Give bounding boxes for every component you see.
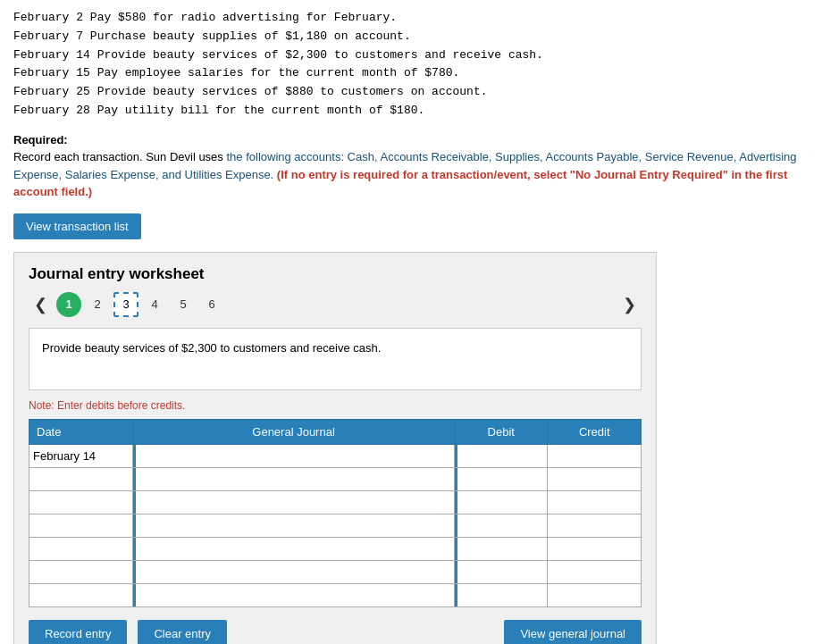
journal-cell-2[interactable]: [133, 467, 455, 490]
note-text: Note: Enter debits before credits.: [29, 399, 642, 412]
transaction-description: Provide beauty services of $2,300 to cus…: [29, 328, 642, 390]
page-6-button[interactable]: 6: [199, 292, 224, 317]
credit-input-7[interactable]: [551, 588, 637, 603]
debit-input-1[interactable]: [458, 448, 543, 464]
table-row: [29, 537, 642, 560]
debit-input-2[interactable]: [458, 472, 543, 487]
journal-cell-3[interactable]: [133, 490, 455, 514]
page-4-button[interactable]: 4: [142, 292, 167, 317]
debit-input-4[interactable]: [458, 518, 543, 533]
debit-input-7[interactable]: [458, 588, 543, 603]
journal-input-7[interactable]: [137, 588, 450, 603]
journal-input-1[interactable]: [137, 448, 450, 464]
credit-cell-7[interactable]: [548, 583, 642, 606]
journal-cell-7[interactable]: [133, 583, 455, 606]
debit-input-3[interactable]: [458, 495, 543, 510]
credit-input-4[interactable]: [551, 518, 637, 533]
journal-cell-1[interactable]: [133, 444, 455, 467]
bottom-buttons: Record entry Clear entry View general jo…: [29, 620, 642, 644]
date-header: Date: [29, 419, 133, 444]
credit-cell-6[interactable]: [548, 560, 642, 583]
credit-cell-3[interactable]: [548, 490, 642, 514]
table-row: [29, 490, 642, 514]
journal-input-2[interactable]: [137, 472, 450, 487]
date-cell-2: [29, 467, 133, 490]
journal-input-3[interactable]: [137, 495, 450, 510]
debit-header: Debit: [455, 419, 548, 444]
debit-cell-5[interactable]: [455, 537, 548, 560]
general-journal-header: General Journal: [133, 419, 455, 444]
journal-cell-4[interactable]: [133, 514, 455, 537]
credit-input-6[interactable]: [551, 565, 637, 580]
debit-input-5[interactable]: [458, 541, 543, 556]
credit-cell-5[interactable]: [548, 537, 642, 560]
table-row: February 14: [29, 444, 642, 467]
view-transaction-button[interactable]: View transaction list: [13, 213, 141, 239]
pagination: ❮ 1 2 3 4 5 6 ❯: [29, 292, 642, 317]
page-2-button[interactable]: 2: [85, 292, 110, 317]
debit-cell-1[interactable]: [455, 444, 548, 467]
credit-cell-2[interactable]: [548, 467, 642, 490]
transaction-item: February 25 Provide beauty services of $…: [13, 83, 826, 102]
required-section: Required: Record each transaction. Sun D…: [13, 131, 826, 201]
date-cell-1: February 14: [29, 444, 133, 467]
transaction-item: February 15 Pay employee salaries for th…: [13, 64, 826, 83]
required-label: Required:: [13, 133, 68, 146]
transaction-item: February 28 Pay utility bill for the cur…: [13, 102, 826, 121]
credit-cell-4[interactable]: [548, 514, 642, 537]
clear-entry-button[interactable]: Clear entry: [138, 620, 227, 644]
date-cell-6: [29, 560, 133, 583]
record-entry-button[interactable]: Record entry: [29, 620, 127, 644]
page-3-button[interactable]: 3: [113, 292, 138, 317]
journal-cell-5[interactable]: [133, 537, 455, 560]
worksheet-container: Journal entry worksheet ❮ 1 2 3 4 5 6 ❯ …: [13, 252, 657, 644]
debit-cell-4[interactable]: [455, 514, 548, 537]
journal-input-5[interactable]: [137, 541, 450, 556]
credit-input-3[interactable]: [551, 495, 637, 510]
credit-header: Credit: [548, 419, 642, 444]
table-row: [29, 560, 642, 583]
debit-input-6[interactable]: [458, 565, 543, 580]
table-row: [29, 514, 642, 537]
page-5-button[interactable]: 5: [171, 292, 196, 317]
journal-input-6[interactable]: [137, 565, 450, 580]
prev-page-button[interactable]: ❮: [29, 293, 53, 316]
date-cell-7: [29, 583, 133, 606]
date-cell-5: [29, 537, 133, 560]
credit-cell-1[interactable]: [548, 444, 642, 467]
journal-cell-6[interactable]: [133, 560, 455, 583]
page-1-button[interactable]: 1: [56, 292, 81, 317]
worksheet-title: Journal entry worksheet: [29, 265, 642, 283]
next-page-button[interactable]: ❯: [617, 293, 642, 316]
debit-cell-7[interactable]: [455, 583, 548, 606]
credit-input-2[interactable]: [551, 472, 637, 487]
view-general-journal-button[interactable]: View general journal: [504, 620, 642, 644]
debit-cell-3[interactable]: [455, 490, 548, 514]
date-cell-4: [29, 514, 133, 537]
transaction-item: February 2 Pay $580 for radio advertisin…: [13, 9, 826, 28]
journal-table: Date General Journal Debit Credit Februa…: [29, 419, 642, 607]
journal-input-4[interactable]: [137, 518, 450, 533]
table-row: [29, 467, 642, 490]
table-row: [29, 583, 642, 606]
date-cell-3: [29, 490, 133, 514]
credit-input-1[interactable]: [551, 448, 637, 464]
transactions-list: February 2 Pay $580 for radio advertisin…: [13, 9, 826, 121]
debit-cell-6[interactable]: [455, 560, 548, 583]
credit-input-5[interactable]: [551, 541, 637, 556]
transaction-item: February 7 Purchase beauty supplies of $…: [13, 28, 826, 46]
transaction-item: February 14 Provide beauty services of $…: [13, 46, 826, 65]
debit-cell-2[interactable]: [455, 467, 548, 490]
